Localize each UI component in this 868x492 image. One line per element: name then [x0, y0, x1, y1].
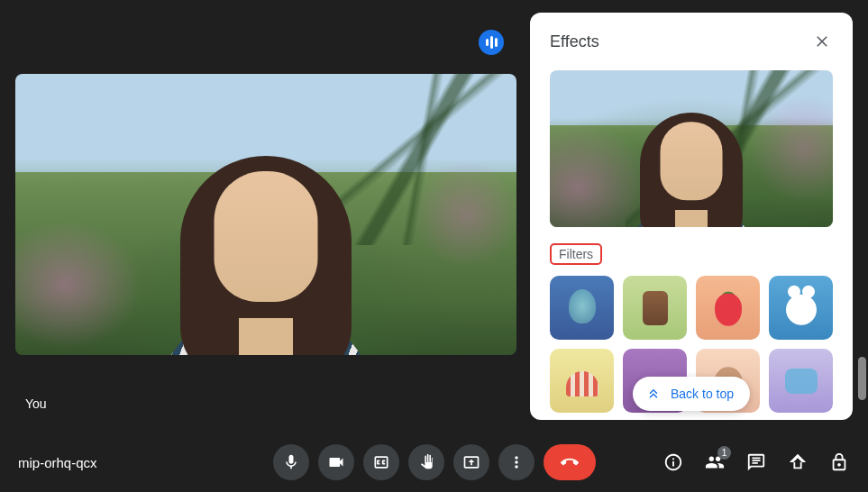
lock-icon — [829, 452, 849, 472]
filter-wood-log[interactable] — [623, 276, 687, 340]
effects-title: Effects — [550, 32, 599, 51]
microphone-button[interactable] — [273, 444, 309, 480]
effects-preview — [550, 70, 833, 227]
activities-button[interactable] — [787, 451, 809, 473]
filter-scuba-diver[interactable] — [769, 349, 833, 413]
present-icon — [462, 453, 480, 471]
back-to-top-label: Back to top — [671, 387, 734, 401]
meeting-code: mip-orhq-qcx — [18, 455, 216, 470]
back-to-top-button[interactable]: Back to top — [633, 377, 750, 411]
participant-name-label: You — [25, 396, 47, 411]
info-icon — [663, 452, 683, 472]
camera-icon — [327, 453, 345, 471]
filter-bunny[interactable] — [769, 276, 833, 340]
captions-button[interactable] — [363, 444, 399, 480]
shapes-icon — [788, 452, 808, 472]
chevrons-up-icon — [645, 386, 662, 402]
filter-alien[interactable] — [550, 276, 614, 340]
voice-activity-indicator — [479, 30, 504, 55]
chat-button[interactable] — [745, 451, 767, 473]
camera-button[interactable] — [318, 444, 354, 480]
bottom-bar: mip-orhq-qcx 1 — [0, 433, 868, 492]
self-video-tile — [15, 74, 516, 355]
people-button[interactable]: 1 — [704, 451, 726, 473]
hand-icon — [417, 453, 435, 471]
microphone-icon — [282, 453, 300, 471]
chat-icon — [746, 452, 766, 472]
more-options-button[interactable] — [498, 444, 535, 480]
more-vertical-icon — [507, 453, 525, 471]
hangup-button[interactable] — [544, 444, 596, 480]
close-effects-button[interactable] — [811, 31, 833, 52]
call-end-icon — [561, 453, 579, 471]
filters-section-label: Filters — [550, 243, 602, 265]
scrollbar-thumb[interactable] — [858, 357, 866, 400]
host-controls-button[interactable] — [828, 451, 850, 473]
effects-panel: Effects Filters — [530, 13, 853, 420]
meeting-info-button[interactable] — [662, 451, 684, 473]
participant-count-badge: 1 — [717, 446, 731, 460]
captions-icon — [372, 453, 390, 471]
filter-circus-tent[interactable] — [550, 349, 614, 413]
filter-strawberry[interactable] — [696, 276, 760, 340]
raise-hand-button[interactable] — [408, 444, 444, 480]
present-screen-button[interactable] — [453, 444, 489, 480]
